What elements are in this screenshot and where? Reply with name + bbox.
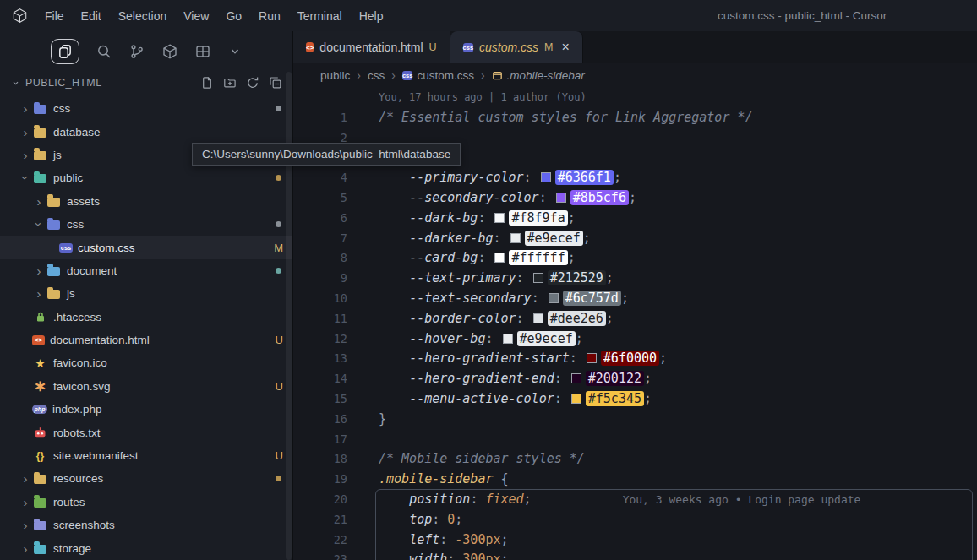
- breadcrumb-item-public[interactable]: public: [320, 69, 350, 82]
- menu-run[interactable]: Run: [250, 9, 289, 23]
- color-swatch-icon[interactable]: [494, 253, 505, 263]
- tree-item-custom-css[interactable]: csscustom.cssM: [0, 236, 292, 258]
- breadcrumb-item-mobile-sidebar[interactable]: .mobile-sidebar: [492, 69, 585, 82]
- menu-help[interactable]: Help: [351, 9, 392, 23]
- breadcrumb-label: custom.css: [417, 69, 474, 82]
- code-token: [379, 231, 409, 246]
- color-swatch-icon[interactable]: [549, 293, 559, 303]
- color-swatch-icon[interactable]: [533, 313, 543, 323]
- chevron-expanded-icon[interactable]: ›: [19, 171, 33, 185]
- code-line-16[interactable]: 16}: [293, 409, 977, 429]
- code-line-14[interactable]: 14 --hero-gradient-end: #200122;: [293, 368, 977, 389]
- chevron-collapsed-icon[interactable]: ›: [19, 471, 32, 486]
- code-line-10[interactable]: 10 --text-secondary: #6c757d;: [293, 288, 977, 308]
- tree-item-css[interactable]: ›css: [0, 213, 292, 236]
- tree-item-screenshots[interactable]: ›screenshots: [0, 514, 292, 536]
- source-control-icon[interactable]: [128, 43, 145, 60]
- tree-item-public[interactable]: ›public: [0, 166, 292, 189]
- code-line-11[interactable]: 11 --border-color: #dee2e6;: [293, 308, 977, 329]
- breadcrumb: public›css›csscustom.css›.mobile-sidebar: [293, 63, 977, 87]
- code-line-23[interactable]: 23 width: 300px;: [293, 550, 977, 560]
- close-icon[interactable]: ×: [562, 40, 570, 55]
- code-line-4[interactable]: 4 --primary-color: #6366f1;: [293, 167, 977, 188]
- color-swatch-icon[interactable]: [541, 172, 551, 182]
- menu-bar: FileEditSelectionViewGoRunTerminalHelp: [36, 0, 391, 31]
- chevron-down-icon[interactable]: [227, 44, 243, 59]
- breadcrumb-item-custom-css[interactable]: csscustom.css: [402, 69, 474, 82]
- code-line-9[interactable]: 9 --text-primary: #212529;: [293, 268, 977, 288]
- search-icon[interactable]: [96, 43, 112, 60]
- tree-item-document[interactable]: ›document: [0, 259, 292, 282]
- code-line-19[interactable]: 19.mobile-sidebar {: [293, 469, 977, 489]
- chevron-collapsed-icon[interactable]: ›: [19, 125, 32, 139]
- tree-item-favicon-ico[interactable]: ★favicon.ico: [0, 351, 292, 374]
- tree-item-storage[interactable]: ›storage: [0, 536, 292, 559]
- tree-item-assets[interactable]: ›assets: [0, 190, 292, 213]
- menu-edit[interactable]: Edit: [73, 9, 110, 23]
- code-line-20[interactable]: 20 position: fixed;You, 3 weeks ago • Lo…: [293, 489, 977, 509]
- code-token: --primary-color: [409, 170, 523, 185]
- code-line-21[interactable]: 21 top: 0;: [293, 509, 977, 530]
- tree-item-label: robots.txt: [53, 427, 101, 439]
- color-swatch-icon[interactable]: [494, 213, 505, 223]
- menu-go[interactable]: Go: [217, 9, 250, 23]
- chevron-expanded-icon[interactable]: ›: [32, 218, 46, 231]
- color-swatch-icon[interactable]: [503, 334, 513, 344]
- tree-item-js[interactable]: ›js: [0, 282, 292, 305]
- tree-item-css[interactable]: ›css: [0, 97, 292, 120]
- code-line-22[interactable]: 22 left: -300px;: [293, 530, 977, 550]
- code-line-15[interactable]: 15 --menu-active-color: #f5c345;: [293, 389, 977, 409]
- explorer-icon[interactable]: [51, 39, 79, 64]
- code-line-7[interactable]: 7 --darker-bg: #e9ecef;: [293, 228, 977, 248]
- code-line-12[interactable]: 12 --hover-bg: #e9ecef;: [293, 329, 977, 349]
- code-line-17[interactable]: 17: [293, 429, 977, 449]
- code-line-6[interactable]: 6 --dark-bg: #f8f9fa;: [293, 208, 977, 228]
- tree-item-favicon-svg[interactable]: ∗favicon.svgU: [0, 375, 292, 398]
- tab-documentation-html[interactable]: <>documentation.htmlU: [293, 31, 450, 63]
- tree-item-documentation-html[interactable]: <>documentation.htmlU: [0, 329, 292, 351]
- menu-selection[interactable]: Selection: [110, 9, 176, 23]
- chevron-collapsed-icon[interactable]: ›: [19, 148, 32, 162]
- code-token: :: [439, 532, 455, 547]
- extensions-icon[interactable]: [161, 43, 178, 60]
- tree-item-database[interactable]: ›database: [0, 120, 292, 143]
- tree-item-robots-txt[interactable]: robots.txt: [0, 421, 292, 443]
- layout-icon[interactable]: [194, 43, 211, 60]
- chevron-collapsed-icon[interactable]: ›: [19, 101, 32, 116]
- breadcrumb-item-css[interactable]: css: [368, 69, 385, 82]
- code-line-1[interactable]: 1/* Essential custom styles for Link Agg…: [293, 107, 977, 128]
- section-chevron-icon[interactable]: [10, 78, 21, 89]
- code-token: [379, 351, 409, 366]
- color-swatch-icon[interactable]: [587, 353, 597, 363]
- refresh-icon[interactable]: [246, 76, 259, 90]
- code-line-13[interactable]: 13 --hero-gradient-start: #6f0000;: [293, 349, 977, 369]
- code-line-5[interactable]: 5 --secondary-color: #8b5cf6;: [293, 188, 977, 208]
- collapse-all-icon[interactable]: [269, 76, 282, 90]
- new-file-icon[interactable]: [200, 76, 214, 90]
- color-swatch-icon[interactable]: [533, 273, 543, 283]
- chevron-collapsed-icon[interactable]: ›: [19, 518, 32, 532]
- hex-color-value: #f5c345: [586, 391, 644, 406]
- menu-view[interactable]: View: [175, 9, 217, 23]
- color-swatch-icon[interactable]: [556, 193, 566, 203]
- menu-file[interactable]: File: [36, 9, 73, 23]
- tab-custom-css[interactable]: csscustom.cssM×: [450, 31, 583, 63]
- tree-item-site-webmanifest[interactable]: {}site.webmanifestU: [0, 444, 292, 467]
- tree-item-htaccess[interactable]: .htaccess: [0, 306, 292, 329]
- chevron-collapsed-icon[interactable]: ›: [32, 194, 46, 209]
- tree-item-routes[interactable]: ›routes: [0, 491, 292, 514]
- color-swatch-icon[interactable]: [571, 373, 581, 383]
- tree-item-resources[interactable]: ›resources: [0, 467, 292, 490]
- code-line-18[interactable]: 18/* Mobile sidebar styles */: [293, 449, 977, 470]
- color-swatch-icon[interactable]: [510, 233, 521, 243]
- color-swatch-icon[interactable]: [571, 394, 581, 404]
- menu-terminal[interactable]: Terminal: [289, 9, 351, 23]
- chevron-collapsed-icon[interactable]: ›: [19, 541, 32, 556]
- code-line-8[interactable]: 8 --card-bg: #ffffff;: [293, 248, 977, 269]
- chevron-collapsed-icon[interactable]: ›: [32, 264, 46, 278]
- tree-item-index-php[interactable]: phpindex.php: [0, 398, 292, 421]
- chevron-collapsed-icon[interactable]: ›: [32, 286, 46, 301]
- explorer-section-title: PUBLIC_HTML: [25, 77, 200, 89]
- new-folder-icon[interactable]: [223, 76, 237, 90]
- chevron-collapsed-icon[interactable]: ›: [19, 495, 32, 509]
